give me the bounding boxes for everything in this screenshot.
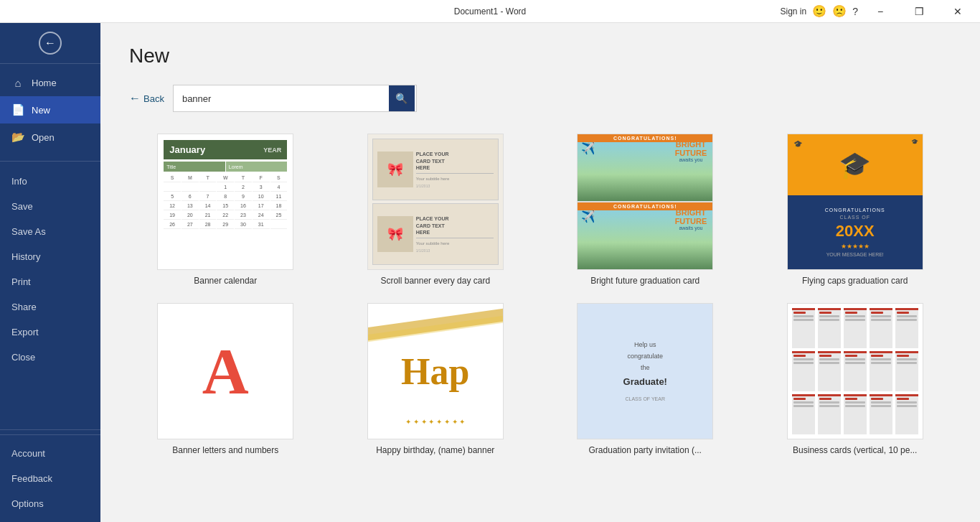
template-thumb-bright-future: CONGRATULATIONS! BRIGHTFUTURE awaits you… xyxy=(577,134,713,270)
template-item-banner-letters[interactable]: A Banner letters and numbers xyxy=(129,303,322,455)
sidebar-new-label: New xyxy=(32,105,50,116)
sidebar-item-history[interactable]: History xyxy=(0,244,100,269)
sad-icon[interactable]: 🙁 xyxy=(832,4,847,18)
page-title: New xyxy=(129,45,951,67)
sidebar-item-save-as[interactable]: Save As xyxy=(0,219,100,244)
back-link[interactable]: ← Back xyxy=(129,92,164,105)
back-arrow-icon: ← xyxy=(44,37,56,50)
back-link-label: Back xyxy=(143,93,164,104)
sidebar-item-home[interactable]: ⌂ Home xyxy=(0,70,100,96)
sidebar-divider-2 xyxy=(0,429,100,430)
sidebar-item-info[interactable]: Info xyxy=(0,169,100,194)
templates-grid: January YEAR Title Lorem SMT xyxy=(129,134,951,455)
sidebar-item-close[interactable]: Close xyxy=(0,345,100,370)
maximize-button[interactable]: ❒ xyxy=(903,0,936,23)
sidebar-top: ← xyxy=(0,23,100,64)
sidebar-divider-1 xyxy=(0,161,100,162)
template-item-banner-calendar[interactable]: January YEAR Title Lorem SMT xyxy=(129,134,322,286)
template-thumb-business-cards xyxy=(787,303,923,439)
app-body: ← ⌂ Home 📄 New 📂 Open Info Save Save As … xyxy=(0,23,980,522)
template-label-happy-birthday: Happy birthday, (name) banner xyxy=(376,445,494,455)
template-item-scroll-banner[interactable]: 🎀 PLACE YOURCARD TEXTHERE Your subtitle … xyxy=(339,134,532,286)
template-label-banner-calendar: Banner calendar xyxy=(194,276,257,286)
template-item-graduation-party[interactable]: Help us congratulate the Graduate! CLASS… xyxy=(549,303,742,455)
sidebar-bottom: Account Feedback Options xyxy=(0,434,100,522)
template-label-banner-letters: Banner letters and numbers xyxy=(172,445,278,455)
smiley-icon[interactable]: 🙂 xyxy=(812,4,826,18)
help-icon[interactable]: ? xyxy=(852,6,858,17)
sidebar-item-account[interactable]: Account xyxy=(0,441,100,466)
back-arrow-icon: ← xyxy=(129,92,141,105)
template-label-bright-future: Bright future graduation card xyxy=(590,276,699,286)
search-box: 🔍 xyxy=(173,85,417,112)
sidebar: ← ⌂ Home 📄 New 📂 Open Info Save Save As … xyxy=(0,23,100,522)
template-label-scroll-banner: Scroll banner every day card xyxy=(380,276,490,286)
main-content: New ← Back 🔍 January xyxy=(100,23,980,522)
template-thumb-flying-caps: 🎓 🎓 🎓 CONGRATULATIONS Class of 20XX ★★★★… xyxy=(787,134,923,270)
sidebar-item-feedback[interactable]: Feedback xyxy=(0,466,100,491)
template-label-business-cards: Business cards (vertical, 10 pe... xyxy=(793,445,917,455)
template-thumb-graduation-party: Help us congratulate the Graduate! CLASS… xyxy=(577,303,713,439)
template-item-business-cards[interactable]: Business cards (vertical, 10 pe... xyxy=(759,303,952,455)
titlebar: Document1 - Word Sign in 🙂 🙁 ? − ❒ ✕ xyxy=(0,0,980,23)
template-thumb-scroll-banner: 🎀 PLACE YOURCARD TEXTHERE Your subtitle … xyxy=(367,134,504,270)
signin-link[interactable]: Sign in xyxy=(781,6,807,17)
titlebar-title: Document1 - Word xyxy=(454,6,526,17)
template-thumb-banner-letters: A xyxy=(157,303,293,439)
sidebar-item-print[interactable]: Print xyxy=(0,269,100,294)
search-button[interactable]: 🔍 xyxy=(389,85,415,111)
new-document-icon: 📄 xyxy=(11,103,24,116)
sidebar-nav-top: ⌂ Home 📄 New 📂 Open xyxy=(0,64,100,157)
search-input[interactable] xyxy=(174,88,389,110)
back-navigation-button[interactable]: ← xyxy=(39,32,62,55)
sidebar-item-export[interactable]: Export xyxy=(0,320,100,345)
sidebar-item-options[interactable]: Options xyxy=(0,491,100,516)
sidebar-open-label: Open xyxy=(32,132,55,143)
template-item-bright-future[interactable]: CONGRATULATIONS! BRIGHTFUTURE awaits you… xyxy=(549,134,742,286)
home-icon: ⌂ xyxy=(11,77,24,89)
template-thumb-happy-birthday: Hap ✦ ✦ ✦ ✦ ✦ ✦ ✦ ✦ xyxy=(367,303,504,439)
template-label-graduation-party: Graduation party invitation (... xyxy=(589,445,702,455)
sidebar-item-new[interactable]: 📄 New xyxy=(0,96,100,123)
template-item-flying-caps[interactable]: 🎓 🎓 🎓 CONGRATULATIONS Class of 20XX ★★★★… xyxy=(759,134,952,286)
sidebar-item-save[interactable]: Save xyxy=(0,194,100,219)
close-button[interactable]: ✕ xyxy=(941,0,974,23)
search-icon: 🔍 xyxy=(395,93,407,104)
template-label-flying-caps: Flying caps graduation card xyxy=(802,276,908,286)
open-folder-icon: 📂 xyxy=(11,131,24,144)
sidebar-item-share[interactable]: Share xyxy=(0,294,100,320)
minimize-button[interactable]: − xyxy=(864,0,897,23)
search-area: ← Back 🔍 xyxy=(129,85,951,112)
template-item-happy-birthday[interactable]: Hap ✦ ✦ ✦ ✦ ✦ ✦ ✦ ✦ Happy birthday, (nam… xyxy=(339,303,532,455)
sidebar-home-label: Home xyxy=(32,78,57,88)
letter-a-display: A xyxy=(202,335,249,409)
template-thumb-banner-calendar: January YEAR Title Lorem SMT xyxy=(157,134,293,270)
sidebar-middle: Info Save Save As History Print Share Ex… xyxy=(0,166,100,425)
sidebar-item-open[interactable]: 📂 Open xyxy=(0,123,100,151)
